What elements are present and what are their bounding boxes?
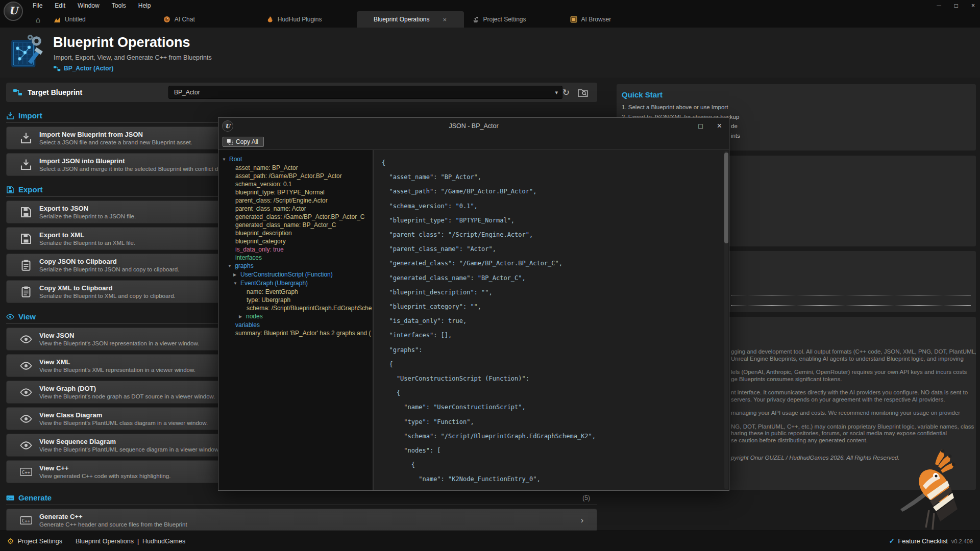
quick-start-title: Quick Start <box>617 84 976 99</box>
menu-file[interactable]: File <box>27 0 48 11</box>
svg-text:C++: C++ <box>22 518 31 523</box>
modal-toolbar: Copy All <box>218 134 729 149</box>
tree-node[interactable]: is_data_only: true <box>218 245 373 254</box>
copy-all-button[interactable]: Copy All <box>223 137 264 147</box>
target-blueprint-bar: Target Blueprint BP_Actor ▾ ↻ <box>6 83 597 102</box>
tree-node[interactable]: asset_path: /Game/BP_Actor.BP_Actor <box>218 172 373 180</box>
untitled-chart-icon <box>54 16 61 23</box>
json-code-line: "name": "UserConstructionScript", <box>382 400 729 414</box>
tree-node[interactable]: interfaces <box>218 254 373 262</box>
feature-checklist-link[interactable]: Feature Checklist <box>898 538 948 545</box>
json-code-line: "class": "/Script/BlueprintGraph.K2Node_… <box>382 487 729 490</box>
json-code-line: "nodes": [ <box>382 443 729 458</box>
save-icon <box>6 186 14 194</box>
tree-node[interactable]: ▼graphs <box>218 262 373 270</box>
json-code-panel[interactable]: { "asset_name": "BP_Actor", "asset_path"… <box>374 149 729 490</box>
tree-node[interactable]: variables <box>218 321 373 329</box>
page-title: Blueprint Operations <box>53 35 190 51</box>
tree-node[interactable]: blueprint_category <box>218 237 373 245</box>
project-settings-icon <box>472 16 479 23</box>
tree-node[interactable]: generated_class: /Game/BP_Actor.BP_Actor… <box>218 213 373 221</box>
unreal-logo-icon[interactable]: U <box>4 2 23 21</box>
generate-section-header: C++ Generate (5) <box>6 493 597 502</box>
tree-node[interactable]: ▼EventGraph (Ubergraph) <box>218 279 373 288</box>
json-code-line: { <box>382 458 729 472</box>
browse-asset-icon[interactable] <box>578 88 588 97</box>
maximize-icon[interactable]: □ <box>954 2 958 9</box>
tab-close-icon[interactable]: × <box>443 16 447 23</box>
json-code-line: "generated_class": "/Game/BP_Actor.BP_Ac… <box>382 256 729 270</box>
tree-expanded-icon[interactable]: ▼ <box>228 262 235 270</box>
cpp-icon: C++ <box>20 514 32 527</box>
tree-node[interactable]: parent_class_name: Actor <box>218 205 373 213</box>
chevron-right-icon: › <box>581 516 583 525</box>
home-icon[interactable]: ⌂ <box>36 15 40 24</box>
blueprint-node-icon <box>13 89 22 96</box>
generate-count-badge: (5) <box>582 494 590 502</box>
modal-close-icon[interactable]: × <box>717 121 722 131</box>
tab-project-settings[interactable]: Project Settings <box>467 11 531 28</box>
disclaimer-paragraph: managing your API usage and costs. We re… <box>731 410 972 417</box>
tree-node[interactable]: parent_class: /Script/Engine.Actor <box>218 196 373 205</box>
tree-node[interactable]: summary: Blueprint 'BP_Actor' has 2 grap… <box>218 329 373 337</box>
save-icon <box>20 233 32 245</box>
tree-node[interactable]: type: Ubergraph <box>218 296 373 304</box>
json-code-line: "schema": "/Script/BlueprintGraph.EdGrap… <box>382 429 729 443</box>
tree-node[interactable]: ▶nodes <box>218 312 373 321</box>
scrollbar-track[interactable] <box>724 151 728 489</box>
import-icon <box>20 132 32 144</box>
tree-node[interactable]: name: EventGraph <box>218 288 373 296</box>
modal-titlebar[interactable]: U JSON - BP_Actor □ × <box>218 118 729 134</box>
menu-help[interactable]: Help <box>132 0 157 11</box>
json-tree-panel[interactable]: ▼Rootasset_name: BP_Actorasset_path: /Ga… <box>218 149 373 490</box>
tree-expanded-icon[interactable]: ▼ <box>233 280 240 288</box>
window-controls: ─ □ × <box>937 0 975 11</box>
menu-edit[interactable]: Edit <box>48 0 71 11</box>
menu-window[interactable]: Window <box>71 0 106 11</box>
tree-node[interactable]: blueprint_type: BPTYPE_Normal <box>218 188 373 196</box>
menu-tools[interactable]: Tools <box>106 0 132 11</box>
tree-node[interactable]: generated_class_name: BP_Actor_C <box>218 221 373 229</box>
tree-node[interactable]: asset_name: BP_Actor <box>218 164 373 172</box>
json-code-line: { <box>382 156 729 170</box>
json-code-line: "schema_version": "0.1", <box>382 199 729 213</box>
dotted-separator <box>731 295 971 295</box>
tab-ai-browser[interactable]: AI Browser <box>565 11 617 28</box>
tree-collapsed-icon[interactable]: ▶ <box>233 271 240 279</box>
json-code-line: "blueprint_category": "", <box>382 299 729 314</box>
gear-icon[interactable]: ⚙ <box>7 537 14 546</box>
status-project-settings[interactable]: Project Settings <box>17 538 62 545</box>
close-icon[interactable]: × <box>971 2 975 9</box>
tree-collapsed-icon[interactable]: ▶ <box>239 313 246 321</box>
scrollbar-thumb[interactable] <box>724 153 728 243</box>
blueprint-operations-app-icon <box>10 34 44 70</box>
tree-node[interactable]: ▶UserConstructionScript (Function) <box>218 270 373 279</box>
tree-node[interactable]: ▼Root <box>218 155 373 164</box>
modal-title: JSON - BP_Actor <box>218 122 729 130</box>
eye-icon <box>6 313 14 321</box>
json-viewer-modal: U JSON - BP_Actor □ × Copy All ▼Rootasse… <box>218 117 729 491</box>
version-label: v0.2.409 <box>951 538 973 544</box>
tree-node[interactable]: schema: /Script/BlueprintGraph.EdGraphSc… <box>218 304 373 312</box>
modal-maximize-icon[interactable]: □ <box>698 122 702 130</box>
clipboard-icon <box>20 259 32 271</box>
tab-ai-chat[interactable]: AI Chat <box>158 11 200 28</box>
tree-node[interactable]: schema_version: 0.1 <box>218 180 373 188</box>
json-code-line: "parent_class": "/Script/Engine.Actor", <box>382 228 729 242</box>
minimize-icon[interactable]: ─ <box>937 2 941 9</box>
tree-node[interactable]: blueprint_description <box>218 229 373 237</box>
tab-blueprint-operations[interactable]: Blueprint Operations × <box>357 11 464 28</box>
tree-expanded-icon[interactable]: ▼ <box>222 156 229 164</box>
tab-untitled[interactable]: Untitled <box>48 11 91 28</box>
chevron-down-icon: ▾ <box>555 89 558 96</box>
refresh-icon[interactable]: ↻ <box>562 87 570 98</box>
tab-bar: ⌂ Untitled AI Chat HudHud Plugins Bluepr… <box>0 11 980 28</box>
generate-cpp-button[interactable]: C++ Generate C++Generate C++ header and … <box>6 509 597 531</box>
tab-hudhud-plugins[interactable]: HudHud Plugins <box>261 11 327 28</box>
breadcrumb[interactable]: BP_Actor (Actor) <box>54 65 113 72</box>
target-blueprint-select[interactable]: BP_Actor ▾ <box>168 86 562 99</box>
eye-icon <box>20 333 32 345</box>
blueprint-node-icon <box>54 66 61 71</box>
json-code-line: { <box>382 386 729 400</box>
disclaimer-paragraph: NG, DOT, PlantUML, C++, etc.) may contai… <box>731 423 972 444</box>
